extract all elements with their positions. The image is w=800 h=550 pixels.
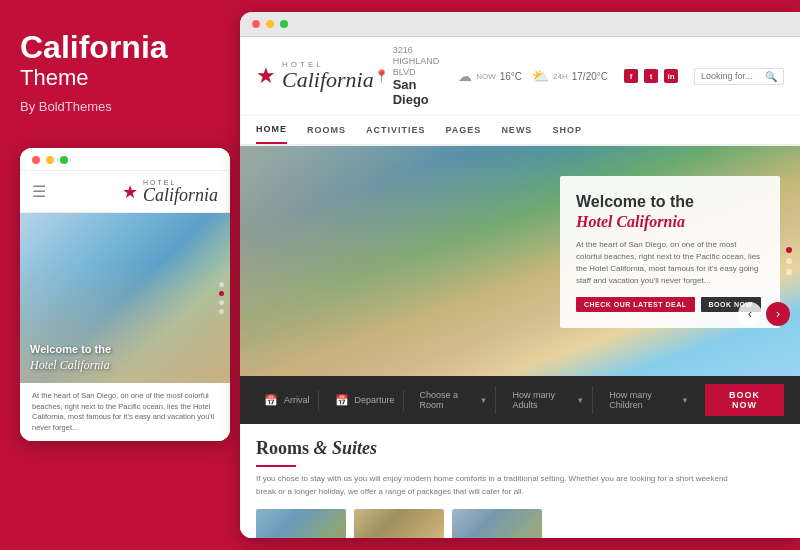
room-thumb-2 (354, 509, 444, 538)
browser-titlebar (240, 12, 800, 37)
facebook-icon[interactable]: f (624, 69, 638, 83)
hero-prev-arrow[interactable]: ‹ (738, 302, 762, 326)
adults-select[interactable]: How many Adults ▼ (504, 386, 593, 414)
hero-section: Welcome to the Hotel California At the h… (240, 146, 800, 376)
rooms-description: If you chose to stay with us you will en… (256, 473, 736, 499)
children-label: How many Children (609, 390, 675, 410)
arrival-label: Arrival (284, 395, 310, 405)
site-star-icon: ★ (256, 63, 276, 89)
nav-shop[interactable]: SHOP (552, 117, 582, 143)
chevron-down-icon-3: ▼ (681, 396, 689, 405)
cloud-sun-icon: ⛅ (532, 68, 549, 84)
rooms-section: Rooms & Suites If you chose to stay with… (240, 424, 800, 538)
mobile-slide-dot (219, 309, 224, 314)
nav-home[interactable]: HOME (256, 116, 287, 144)
booking-book-button[interactable]: BOOK NOW (705, 384, 784, 416)
weather-24h-temp: 17/20°C (572, 71, 608, 82)
hero-navigation-arrows: ‹ › (738, 302, 790, 326)
weather-info: ☁ NOW 16°C ⛅ 24H 17/20°C (458, 68, 608, 84)
rooms-thumbnails (256, 509, 784, 538)
room-thumb-1 (256, 509, 346, 538)
mobile-welcome-heading: Welcome to the (30, 343, 220, 355)
search-box[interactable]: 🔍 (694, 68, 784, 85)
rooms-divider (256, 465, 296, 467)
mobile-slide-dot-active (219, 291, 224, 296)
departure-field[interactable]: 📅 Departure (327, 390, 404, 411)
location-pin-icon: 📍 (374, 69, 389, 83)
rooms-title-word1: Rooms (256, 438, 309, 458)
browser-content: ★ HOTEL California 📍 3216 HIGHLAND BLVD … (240, 37, 800, 538)
mobile-dot-green (60, 156, 68, 164)
mobile-logo-text: HOTEL California (143, 179, 218, 204)
hero-dot-3 (786, 269, 792, 275)
left-panel: California Theme By BoldThemes ☰ ★ HOTEL… (0, 0, 240, 550)
hero-dot-1 (786, 247, 792, 253)
mobile-preview: ☰ ★ HOTEL California Welcome to the Hote… (20, 148, 230, 441)
nav-news[interactable]: NEWS (501, 117, 532, 143)
weather-24h-label: 24H (553, 72, 568, 81)
site-navigation: HOME ROOMS ACTIVITIES PAGES NEWS SHOP (240, 116, 800, 146)
hero-title-line1: Welcome to the (576, 193, 694, 210)
mobile-hero-image: Welcome to the Hotel California (20, 213, 230, 383)
mobile-star-icon: ★ (122, 181, 138, 203)
nav-rooms[interactable]: ROOMS (307, 117, 346, 143)
mobile-description: At the heart of San Diego, on one of the… (20, 383, 230, 441)
hero-slide-dots (786, 247, 792, 275)
mobile-slide-dot (219, 300, 224, 305)
browser-dot-green (280, 20, 288, 28)
mobile-hero: Welcome to the Hotel California (20, 213, 230, 383)
chevron-down-icon-2: ▼ (576, 396, 584, 405)
rooms-title-word2: & Suites (314, 438, 378, 458)
nav-pages[interactable]: PAGES (446, 117, 482, 143)
calendar-icon: 📅 (264, 394, 278, 407)
site-header: ★ HOTEL California 📍 3216 HIGHLAND BLVD … (240, 37, 800, 116)
browser-window: ★ HOTEL California 📍 3216 HIGHLAND BLVD … (240, 12, 800, 538)
mobile-slide-dots (219, 282, 224, 314)
nav-activities[interactable]: ACTIVITIES (366, 117, 426, 143)
booking-bar: 📅 Arrival 📅 Departure Choose a Room ▼ Ho… (240, 376, 800, 424)
weather-now-label: NOW (476, 72, 496, 81)
children-select[interactable]: How many Children ▼ (601, 386, 697, 414)
room-select[interactable]: Choose a Room ▼ (412, 386, 497, 414)
mobile-dot-yellow (46, 156, 54, 164)
room-label: Choose a Room (420, 390, 474, 410)
check-deals-button[interactable]: CHECK OUR LATEST DEAL (576, 297, 695, 312)
site-logo: ★ HOTEL California (256, 61, 374, 91)
calendar-icon-2: 📅 (335, 394, 349, 407)
departure-label: Departure (355, 395, 395, 405)
weather-now-temp: 16°C (500, 71, 522, 82)
browser-dot-red (252, 20, 260, 28)
browser-dot-yellow (266, 20, 274, 28)
arrival-field[interactable]: 📅 Arrival (256, 390, 319, 411)
hero-next-arrow[interactable]: › (766, 302, 790, 326)
mobile-header: ☰ ★ HOTEL California (20, 171, 230, 213)
hero-title-line2: Hotel California (576, 213, 685, 230)
cloud-icon: ☁ (458, 68, 472, 84)
instagram-icon[interactable]: in (664, 69, 678, 83)
hero-buttons: CHECK OUR LATEST DEAL BOOK NOW (576, 297, 764, 312)
hero-description: At the heart of San Diego, on one of the… (576, 239, 764, 287)
mobile-hamburger-icon: ☰ (32, 182, 46, 201)
theme-title-bold: California (20, 30, 220, 65)
mobile-slide-dot (219, 282, 224, 287)
chevron-down-icon: ▼ (480, 396, 488, 405)
site-logo-text: HOTEL California (282, 61, 374, 91)
hero-dot-2 (786, 258, 792, 264)
twitter-icon[interactable]: t (644, 69, 658, 83)
adults-label: How many Adults (512, 390, 570, 410)
mobile-dot-red (32, 156, 40, 164)
location-info: 📍 3216 HIGHLAND BLVD San Diego (374, 45, 442, 107)
room-thumb-3 (452, 509, 542, 538)
rooms-heading: Rooms & Suites (256, 438, 784, 459)
mobile-hotel-name: Hotel California (30, 358, 110, 372)
search-icon[interactable]: 🔍 (765, 71, 777, 82)
theme-author: By BoldThemes (20, 99, 220, 114)
mobile-titlebar (20, 148, 230, 171)
location-text: 3216 HIGHLAND BLVD San Diego (393, 45, 442, 107)
social-links: f t in (624, 69, 678, 83)
theme-title-light: Theme (20, 65, 220, 91)
weather-forecast: ⛅ 24H 17/20°C (532, 68, 608, 84)
header-right: 📍 3216 HIGHLAND BLVD San Diego ☁ NOW 16°… (374, 45, 784, 107)
search-input[interactable] (701, 71, 761, 81)
hero-title: Welcome to the Hotel California (576, 192, 764, 230)
